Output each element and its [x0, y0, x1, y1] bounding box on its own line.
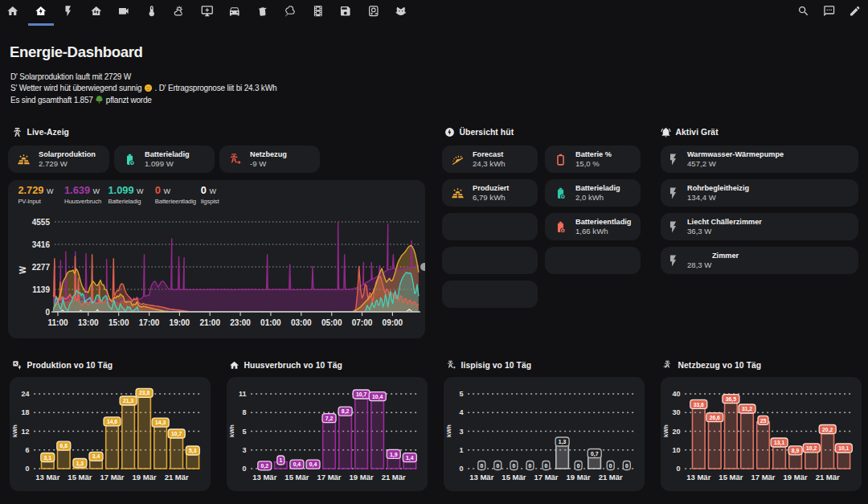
svg-text:15 Mär: 15 Mär	[285, 473, 309, 481]
svg-text:18: 18	[21, 408, 29, 416]
svg-text:3: 3	[459, 428, 463, 436]
svg-text:31,2: 31,2	[742, 406, 752, 412]
svg-text:10: 10	[672, 446, 680, 454]
svg-text:20: 20	[672, 428, 680, 436]
svg-text:0: 0	[676, 465, 680, 473]
svg-text:15:00: 15:00	[108, 318, 129, 327]
svg-text:21 Mär: 21 Mär	[382, 473, 406, 481]
svg-text:13 Mär: 13 Mär	[469, 473, 493, 481]
svg-text:0: 0	[480, 463, 483, 469]
svg-text:0: 0	[625, 463, 628, 469]
svg-text:19 Mär: 19 Mär	[350, 473, 374, 481]
svg-text:10,4: 10,4	[372, 394, 383, 400]
svg-text:21,3: 21,3	[123, 398, 133, 404]
svg-text:4: 4	[459, 408, 463, 416]
svg-text:36,5: 36,5	[726, 396, 736, 403]
svg-text:0: 0	[609, 463, 612, 469]
svg-text:13 Mär: 13 Mär	[686, 473, 710, 481]
svg-text:0: 0	[496, 463, 499, 469]
svg-text:0: 0	[459, 465, 463, 473]
svg-text:33,6: 33,6	[694, 402, 704, 408]
svg-text:1,3: 1,3	[559, 439, 567, 445]
svg-text:0: 0	[577, 463, 580, 469]
svg-text:7,2: 7,2	[326, 416, 334, 422]
svg-text:8: 8	[242, 408, 246, 416]
svg-text:09:00: 09:00	[383, 318, 403, 327]
svg-text:21:00: 21:00	[199, 318, 220, 327]
svg-text:0: 0	[545, 463, 548, 469]
svg-text:3416: 3416	[32, 240, 51, 249]
svg-text:3,4: 3,4	[92, 453, 100, 460]
svg-text:0,4: 0,4	[293, 461, 301, 468]
svg-text:19 Mär: 19 Mär	[567, 473, 591, 481]
svg-text:6: 6	[25, 446, 29, 454]
svg-text:kWh: kWh	[11, 424, 18, 437]
svg-text:kWh: kWh	[662, 424, 669, 437]
svg-text:8,2: 8,2	[342, 408, 350, 415]
svg-text:2277: 2277	[32, 263, 51, 272]
svg-text:25: 25	[760, 418, 767, 424]
svg-text:0: 0	[25, 465, 29, 473]
svg-text:kWh: kWh	[228, 424, 235, 437]
svg-text:12: 12	[21, 428, 29, 436]
svg-text:23,8: 23,8	[139, 390, 149, 396]
svg-text:3,1: 3,1	[44, 455, 52, 461]
svg-text:15 Mär: 15 Mär	[68, 473, 92, 481]
svg-text:23:00: 23:00	[230, 318, 251, 327]
svg-text:21 Mär: 21 Mär	[165, 473, 189, 481]
svg-text:W: W	[18, 266, 27, 274]
svg-text:19:00: 19:00	[170, 318, 190, 327]
svg-text:1139: 1139	[32, 285, 50, 294]
svg-text:13,1: 13,1	[774, 440, 784, 446]
svg-text:10,7: 10,7	[171, 431, 182, 437]
svg-text:kWh: kWh	[445, 424, 452, 437]
svg-text:13 Mär: 13 Mär	[35, 473, 59, 481]
svg-text:21 Mär: 21 Mär	[816, 473, 840, 481]
svg-text:14,3: 14,3	[155, 420, 166, 426]
svg-text:21 Mär: 21 Mär	[599, 473, 623, 481]
svg-text:17 Mär: 17 Mär	[100, 473, 124, 481]
svg-text:15 Mär: 15 Mär	[502, 473, 526, 481]
svg-text:17 Mär: 17 Mär	[751, 473, 775, 481]
svg-text:4555: 4555	[32, 218, 51, 227]
svg-text:24: 24	[21, 390, 29, 398]
svg-text:10,2: 10,2	[806, 445, 817, 452]
svg-text:3: 3	[242, 446, 246, 454]
svg-text:10,1: 10,1	[838, 445, 849, 452]
svg-text:19 Mär: 19 Mär	[784, 473, 808, 481]
svg-text:11: 11	[239, 390, 247, 398]
svg-text:0: 0	[529, 463, 532, 469]
svg-text:40: 40	[672, 390, 680, 398]
svg-text:8,9: 8,9	[792, 448, 800, 454]
svg-text:07:00: 07:00	[352, 318, 373, 327]
svg-text:17 Mär: 17 Mär	[317, 473, 341, 481]
svg-text:19 Mär: 19 Mär	[133, 473, 157, 481]
svg-text:1,3: 1,3	[76, 461, 84, 467]
svg-text:1,9: 1,9	[390, 452, 398, 458]
svg-text:0: 0	[45, 308, 50, 317]
svg-text:05:00: 05:00	[321, 318, 342, 327]
svg-text:1: 1	[279, 457, 282, 463]
svg-text:5: 5	[242, 428, 246, 436]
svg-text:15 Mär: 15 Mär	[719, 473, 743, 481]
svg-text:03:00: 03:00	[291, 318, 312, 327]
svg-text:30: 30	[672, 408, 680, 416]
svg-text:5,3: 5,3	[189, 448, 197, 454]
svg-text:17 Mär: 17 Mär	[534, 473, 558, 481]
svg-text:0,4: 0,4	[309, 461, 317, 468]
svg-text:13:00: 13:00	[78, 318, 99, 327]
svg-text:0,7: 0,7	[591, 451, 599, 457]
svg-text:14,6: 14,6	[107, 419, 117, 425]
svg-text:0: 0	[513, 463, 516, 469]
svg-text:6,8: 6,8	[60, 443, 68, 449]
svg-text:11:00: 11:00	[47, 318, 68, 327]
svg-text:17:00: 17:00	[139, 318, 160, 327]
svg-text:10,7: 10,7	[356, 391, 366, 398]
svg-text:5: 5	[459, 390, 463, 398]
svg-text:13 Mär: 13 Mär	[252, 473, 276, 481]
svg-text:1: 1	[459, 446, 463, 454]
svg-text:20,2: 20,2	[822, 427, 833, 433]
svg-text:01:00: 01:00	[260, 318, 281, 327]
svg-text:0: 0	[242, 465, 246, 473]
svg-text:26,6: 26,6	[710, 415, 720, 421]
